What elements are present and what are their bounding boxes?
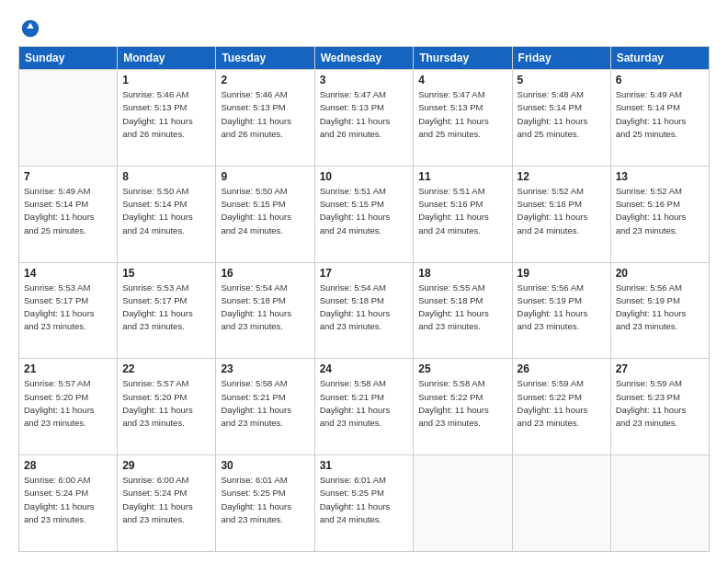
day-number: 6 [616,74,704,86]
day-number: 26 [518,362,606,375]
day-number: 23 [221,362,309,375]
day-number: 30 [221,459,309,472]
calendar-cell: 17Sunrise: 5:54 AM Sunset: 5:18 PM Dayli… [314,262,414,359]
day-number: 2 [221,74,309,86]
day-info: Sunrise: 5:54 AM Sunset: 5:18 PM Dayligh… [320,282,409,334]
calendar-week-3: 14Sunrise: 5:53 AM Sunset: 5:17 PM Dayli… [19,262,710,359]
calendar-cell: 6Sunrise: 5:49 AM Sunset: 5:14 PM Daylig… [610,70,709,167]
day-info: Sunrise: 6:00 AM Sunset: 5:24 PM Dayligh… [122,474,210,526]
calendar-week-2: 7Sunrise: 5:49 AM Sunset: 5:14 PM Daylig… [19,166,710,262]
day-info: Sunrise: 5:47 AM Sunset: 5:13 PM Dayligh… [320,88,409,141]
day-info: Sunrise: 5:53 AM Sunset: 5:17 PM Dayligh… [122,282,210,334]
day-info: Sunrise: 5:48 AM Sunset: 5:14 PM Dayligh… [518,88,606,141]
day-info: Sunrise: 5:50 AM Sunset: 5:14 PM Dayligh… [122,185,210,237]
calendar-header-saturday: Saturday [610,47,709,70]
calendar-cell: 10Sunrise: 5:51 AM Sunset: 5:15 PM Dayli… [314,166,414,262]
day-info: Sunrise: 6:01 AM Sunset: 5:25 PM Dayligh… [221,474,309,526]
calendar-header-wednesday: Wednesday [314,47,414,70]
calendar-cell: 21Sunrise: 5:57 AM Sunset: 5:20 PM Dayli… [19,359,118,455]
day-number: 8 [122,170,210,183]
calendar-header-friday: Friday [512,47,610,70]
calendar-cell: 8Sunrise: 5:50 AM Sunset: 5:14 PM Daylig… [118,166,216,262]
calendar-cell: 30Sunrise: 6:01 AM Sunset: 5:25 PM Dayli… [216,455,314,552]
day-info: Sunrise: 5:56 AM Sunset: 5:19 PM Dayligh… [616,282,704,334]
day-number: 1 [122,74,210,86]
day-number: 22 [122,362,210,375]
day-number: 19 [518,267,606,280]
logo [18,18,40,39]
day-info: Sunrise: 5:58 AM Sunset: 5:21 PM Dayligh… [221,377,309,430]
calendar-cell: 13Sunrise: 5:52 AM Sunset: 5:16 PM Dayli… [610,166,709,262]
day-number: 4 [418,74,506,86]
calendar-cell: 18Sunrise: 5:55 AM Sunset: 5:18 PM Dayli… [414,262,512,359]
day-info: Sunrise: 5:50 AM Sunset: 5:15 PM Dayligh… [221,185,309,237]
day-info: Sunrise: 5:56 AM Sunset: 5:19 PM Dayligh… [518,282,606,334]
calendar-week-1: 1Sunrise: 5:46 AM Sunset: 5:13 PM Daylig… [19,70,710,167]
calendar-cell: 9Sunrise: 5:50 AM Sunset: 5:15 PM Daylig… [216,166,314,262]
day-info: Sunrise: 5:47 AM Sunset: 5:13 PM Dayligh… [418,88,506,141]
calendar-cell: 29Sunrise: 6:00 AM Sunset: 5:24 PM Dayli… [118,455,216,552]
day-number: 9 [221,170,309,183]
day-number: 27 [616,362,704,375]
calendar-cell [414,455,512,552]
calendar-cell: 5Sunrise: 5:48 AM Sunset: 5:14 PM Daylig… [512,70,610,167]
day-number: 20 [616,267,704,280]
day-number: 14 [24,267,112,280]
logo-icon [20,18,40,39]
calendar-table: SundayMondayTuesdayWednesdayThursdayFrid… [18,46,710,552]
day-info: Sunrise: 5:59 AM Sunset: 5:22 PM Dayligh… [518,377,606,430]
day-number: 15 [122,267,210,280]
day-info: Sunrise: 5:54 AM Sunset: 5:18 PM Dayligh… [221,282,309,334]
calendar-cell: 25Sunrise: 5:58 AM Sunset: 5:22 PM Dayli… [414,359,512,455]
calendar-cell [512,455,610,552]
calendar-cell: 19Sunrise: 5:56 AM Sunset: 5:19 PM Dayli… [512,262,610,359]
calendar-cell: 22Sunrise: 5:57 AM Sunset: 5:20 PM Dayli… [118,359,216,455]
day-info: Sunrise: 5:52 AM Sunset: 5:16 PM Dayligh… [616,185,704,237]
day-number: 5 [518,74,606,86]
calendar-cell: 12Sunrise: 5:52 AM Sunset: 5:16 PM Dayli… [512,166,610,262]
day-number: 13 [616,170,704,183]
day-info: Sunrise: 6:00 AM Sunset: 5:24 PM Dayligh… [24,474,112,526]
calendar-week-4: 21Sunrise: 5:57 AM Sunset: 5:20 PM Dayli… [19,359,710,455]
day-info: Sunrise: 5:57 AM Sunset: 5:20 PM Dayligh… [24,377,112,430]
day-info: Sunrise: 5:58 AM Sunset: 5:21 PM Dayligh… [320,377,409,430]
calendar-cell: 31Sunrise: 6:01 AM Sunset: 5:25 PM Dayli… [314,455,414,552]
calendar-cell [610,455,709,552]
day-info: Sunrise: 5:53 AM Sunset: 5:17 PM Dayligh… [24,282,112,334]
day-number: 3 [320,74,409,86]
day-info: Sunrise: 5:51 AM Sunset: 5:15 PM Dayligh… [320,185,409,237]
calendar-cell: 26Sunrise: 5:59 AM Sunset: 5:22 PM Dayli… [512,359,610,455]
calendar-cell: 23Sunrise: 5:58 AM Sunset: 5:21 PM Dayli… [216,359,314,455]
day-info: Sunrise: 5:49 AM Sunset: 5:14 PM Dayligh… [616,88,704,141]
day-number: 18 [418,267,506,280]
calendar-cell: 7Sunrise: 5:49 AM Sunset: 5:14 PM Daylig… [19,166,118,262]
calendar-header-sunday: Sunday [19,47,118,70]
calendar-cell: 2Sunrise: 5:46 AM Sunset: 5:13 PM Daylig… [216,70,314,167]
day-info: Sunrise: 5:46 AM Sunset: 5:13 PM Dayligh… [221,88,309,141]
day-number: 11 [418,170,506,183]
calendar-cell: 16Sunrise: 5:54 AM Sunset: 5:18 PM Dayli… [216,262,314,359]
day-info: Sunrise: 5:49 AM Sunset: 5:14 PM Dayligh… [24,185,112,237]
calendar-header-thursday: Thursday [414,47,512,70]
day-info: Sunrise: 5:51 AM Sunset: 5:16 PM Dayligh… [418,185,506,237]
day-number: 21 [24,362,112,375]
page: SundayMondayTuesdayWednesdayThursdayFrid… [0,0,728,563]
day-info: Sunrise: 5:58 AM Sunset: 5:22 PM Dayligh… [418,377,506,430]
calendar-header-tuesday: Tuesday [216,47,314,70]
day-number: 12 [518,170,606,183]
day-info: Sunrise: 5:55 AM Sunset: 5:18 PM Dayligh… [418,282,506,334]
calendar-header-monday: Monday [118,47,216,70]
day-number: 10 [320,170,409,183]
calendar-cell [19,70,118,167]
calendar-week-5: 28Sunrise: 6:00 AM Sunset: 5:24 PM Dayli… [19,455,710,552]
calendar-cell: 28Sunrise: 6:00 AM Sunset: 5:24 PM Dayli… [19,455,118,552]
calendar-cell: 11Sunrise: 5:51 AM Sunset: 5:16 PM Dayli… [414,166,512,262]
day-info: Sunrise: 5:59 AM Sunset: 5:23 PM Dayligh… [616,377,704,430]
day-number: 28 [24,459,112,472]
calendar-cell: 27Sunrise: 5:59 AM Sunset: 5:23 PM Dayli… [610,359,709,455]
calendar-header-row: SundayMondayTuesdayWednesdayThursdayFrid… [19,47,710,70]
calendar-cell: 3Sunrise: 5:47 AM Sunset: 5:13 PM Daylig… [314,70,414,167]
day-number: 16 [221,267,309,280]
day-info: Sunrise: 6:01 AM Sunset: 5:25 PM Dayligh… [320,474,409,526]
day-number: 7 [24,170,112,183]
